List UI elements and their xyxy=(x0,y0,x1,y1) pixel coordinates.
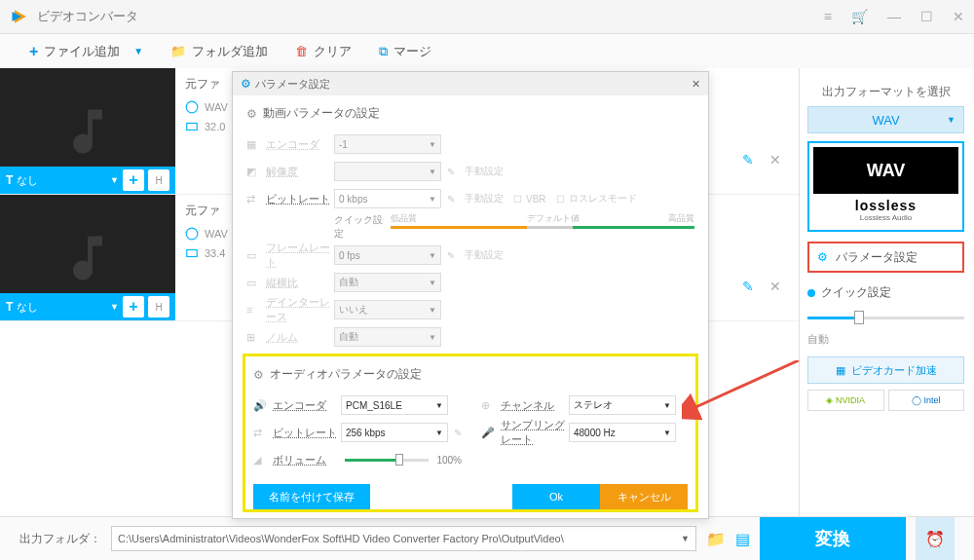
dot-icon xyxy=(807,289,815,297)
maximize-button[interactable]: ☐ xyxy=(920,9,933,24)
deinterlace-icon: ≡ xyxy=(246,304,266,316)
speaker-icon: 🔊 xyxy=(253,399,273,412)
pencil-icon[interactable]: ✎ xyxy=(454,428,462,438)
plus-icon: + xyxy=(29,43,38,60)
dialog-close-button[interactable]: ✕ xyxy=(692,78,700,91)
subtitle-h-button[interactable]: H xyxy=(148,296,169,317)
dialog-title: パラメータ設定 xyxy=(255,77,330,92)
edit-file-button[interactable]: ✎ xyxy=(742,279,754,294)
chevron-down-icon: ▼ xyxy=(110,302,119,312)
add-subtitle-button[interactable]: + xyxy=(123,169,144,191)
subtitle-select[interactable]: なし xyxy=(17,300,106,315)
folder-icon xyxy=(185,120,199,133)
add-folder-button[interactable]: 📁フォルダ追加 xyxy=(170,43,268,60)
save-as-button[interactable]: 名前を付けて保存 xyxy=(253,484,370,509)
bitrate-icon: ⇄ xyxy=(253,427,273,439)
alarm-icon: ⏰ xyxy=(925,530,945,548)
merge-button[interactable]: ⧉マージ xyxy=(379,43,431,60)
quality-bar: 低品質デフォルト値高品質 xyxy=(391,226,694,229)
merge-icon: ⧉ xyxy=(379,44,388,59)
deinterlace-select: いいえ▼ xyxy=(334,300,441,319)
vbr-checkbox: ☐VBR xyxy=(513,194,546,205)
pencil-icon: ✎ xyxy=(447,250,455,261)
aspect-select: 自動▼ xyxy=(334,273,441,292)
cart-icon[interactable]: 🛒 xyxy=(851,9,868,24)
edit-file-button[interactable]: ✎ xyxy=(742,152,754,168)
lossless-checkbox: ☐ロスレスモード xyxy=(556,192,637,205)
chevron-down-icon: ▼ xyxy=(947,115,955,125)
pencil-icon: ✎ xyxy=(447,167,455,177)
menu-icon[interactable]: ≡ xyxy=(824,9,832,24)
music-note-icon xyxy=(58,102,117,161)
chevron-down-icon: ▼ xyxy=(110,175,119,185)
pencil-icon[interactable]: ✎ xyxy=(447,194,455,205)
nvidia-icon: ◈ xyxy=(826,395,833,405)
samplerate-select[interactable]: 48000 Hz▼ xyxy=(569,423,676,442)
nvidia-badge: ◈ NVIDIA xyxy=(807,390,884,411)
app-logo-icon xyxy=(10,7,29,26)
resolution-select: ▼ xyxy=(334,162,441,181)
intel-badge: ◯ Intel xyxy=(888,390,965,411)
gear-icon: ⚙ xyxy=(246,107,257,121)
chip-icon: ▦ xyxy=(836,364,845,377)
sliders-icon: ⚙ xyxy=(241,77,251,91)
convert-button[interactable]: 変換 xyxy=(760,517,906,561)
fps-icon: ▭ xyxy=(246,249,266,262)
cancel-button[interactable]: キャンセル xyxy=(600,484,688,509)
output-format-label: 出力フォーマットを選択 xyxy=(807,84,964,100)
quick-settings-label: クイック設定 xyxy=(807,284,964,301)
add-file-button[interactable]: +ファイル追加 xyxy=(29,43,120,60)
add-file-dropdown[interactable]: ▼ xyxy=(133,46,143,56)
subtitle-select[interactable]: なし xyxy=(17,173,106,188)
wave-icon xyxy=(185,227,199,241)
format-card[interactable]: WAV losslessLossless Audio xyxy=(807,141,964,232)
add-subtitle-button[interactable]: + xyxy=(123,296,144,317)
alarm-button[interactable]: ⏰ xyxy=(916,517,955,561)
norm-icon: ⊞ xyxy=(246,331,266,344)
open-folder-button[interactable]: ▤ xyxy=(735,530,750,548)
wave-icon xyxy=(185,100,199,114)
norm-select: 自動▼ xyxy=(334,327,441,347)
remove-file-button[interactable]: ✕ xyxy=(769,152,781,168)
volume-icon: ◢ xyxy=(253,454,273,467)
output-path-input[interactable]: C:\Users\Administrator\Videos\WonderFox … xyxy=(111,526,696,551)
trash-icon: 🗑 xyxy=(295,44,308,58)
remove-file-button[interactable]: ✕ xyxy=(769,279,781,294)
video-encoder-select: -1▼ xyxy=(334,134,441,154)
format-dropdown[interactable]: WAV▼ xyxy=(807,106,964,133)
ok-button[interactable]: Ok xyxy=(512,484,600,509)
intel-icon: ◯ xyxy=(912,395,921,405)
parameter-settings-button[interactable]: ⚙パラメータ設定 xyxy=(807,242,964,273)
video-bitrate-select[interactable]: 0 kbps▼ xyxy=(334,189,441,208)
mic-icon: 🎤 xyxy=(481,427,501,439)
folder-plus-icon: 📁 xyxy=(170,44,186,58)
channel-select[interactable]: ステレオ▼ xyxy=(569,395,676,415)
gpu-accel-button[interactable]: ▦ビデオカード加速 xyxy=(807,356,964,384)
film-icon: ▦ xyxy=(246,138,266,151)
resolution-icon: ◩ xyxy=(246,166,266,178)
fps-select: 0 fps▼ xyxy=(334,245,441,265)
audio-encoder-select[interactable]: PCM_S16LE▼ xyxy=(341,395,448,415)
subtitle-h-button[interactable]: H xyxy=(148,169,169,191)
close-button[interactable]: ✕ xyxy=(953,9,964,24)
folder-icon xyxy=(185,246,199,260)
file-thumbnail[interactable]: T なし ▼ + H xyxy=(0,68,175,194)
audio-section-header: オーディオパラメータの設定 xyxy=(270,366,422,383)
bitrate-icon: ⇄ xyxy=(246,193,266,205)
audio-bitrate-select[interactable]: 256 kbps▼ xyxy=(341,423,448,442)
subtitle-t-icon: T xyxy=(6,173,13,187)
aspect-icon: ▭ xyxy=(246,277,266,289)
sliders-icon: ⚙ xyxy=(817,250,828,264)
svg-rect-3 xyxy=(187,124,198,131)
subtitle-t-icon: T xyxy=(6,300,13,314)
output-folder-label: 出力フォルダ： xyxy=(19,531,101,547)
quality-slider[interactable] xyxy=(807,309,964,328)
minimize-button[interactable]: — xyxy=(887,9,901,24)
app-title: ビデオコンバータ xyxy=(37,8,824,25)
browse-folder-button[interactable]: 📁 xyxy=(706,530,726,548)
clear-button[interactable]: 🗑クリア xyxy=(295,43,352,60)
file-thumbnail[interactable]: T なし ▼ + H xyxy=(0,195,175,320)
gear-icon: ⚙ xyxy=(253,368,264,382)
music-note-icon xyxy=(58,229,117,287)
volume-slider[interactable] xyxy=(345,459,429,462)
